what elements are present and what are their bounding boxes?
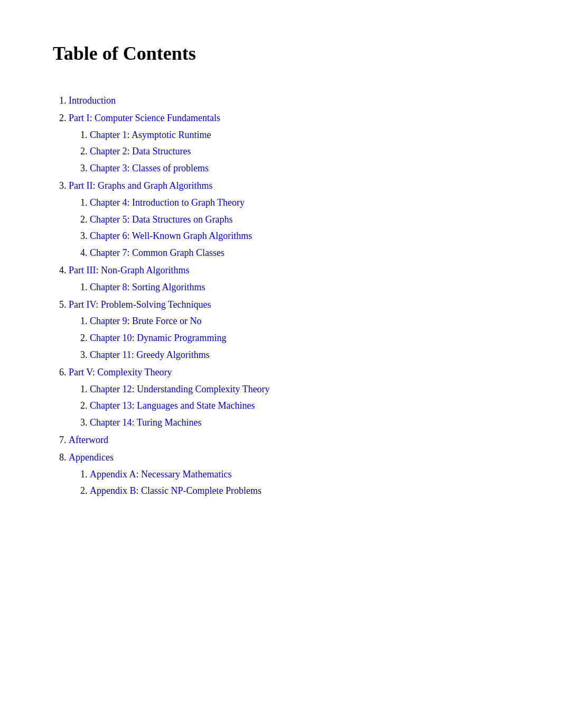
- toc-link-4[interactable]: Part III: Non-Graph Algorithms: [69, 265, 189, 275]
- toc-link-1[interactable]: Introduction: [69, 95, 116, 106]
- toc-link-8[interactable]: Appendices: [69, 452, 114, 463]
- toc-item-4: Part III: Non-Graph AlgorithmsChapter 8:…: [69, 263, 508, 295]
- toc-link-5[interactable]: Part IV: Problem-Solving Techniques: [69, 299, 211, 310]
- toc-link-2[interactable]: Part I: Computer Science Fundamentals: [69, 113, 220, 123]
- toc-subitem-3-3: Chapter 6: Well-Known Graph Algorithms: [90, 228, 508, 244]
- toc-sublink-3-3[interactable]: Chapter 6: Well-Known Graph Algorithms: [90, 231, 252, 241]
- toc-list: IntroductionPart I: Computer Science Fun…: [53, 93, 508, 499]
- toc-sublist-4: Chapter 8: Sorting Algorithms: [69, 280, 508, 295]
- toc-item-7: Afterword: [69, 432, 508, 448]
- toc-subitem-5-3: Chapter 11: Greedy Algorithms: [90, 347, 508, 363]
- toc-subitem-4-1: Chapter 8: Sorting Algorithms: [90, 280, 508, 295]
- toc-sublist-2: Chapter 1: Asymptotic RuntimeChapter 2: …: [69, 127, 508, 176]
- toc-link-6[interactable]: Part V: Complexity Theory: [69, 367, 172, 377]
- toc-sublink-5-2[interactable]: Chapter 10: Dynamic Programming: [90, 333, 226, 343]
- toc-sublink-8-1[interactable]: Appendix A: Necessary Mathematics: [90, 469, 231, 480]
- toc-sublink-3-4[interactable]: Chapter 7: Common Graph Classes: [90, 247, 225, 258]
- toc-item-2: Part I: Computer Science FundamentalsCha…: [69, 110, 508, 176]
- toc-subitem-8-1: Appendix A: Necessary Mathematics: [90, 467, 508, 482]
- toc-container: IntroductionPart I: Computer Science Fun…: [53, 80, 508, 499]
- toc-sublink-4-1[interactable]: Chapter 8: Sorting Algorithms: [90, 282, 205, 292]
- toc-subitem-8-2: Appendix B: Classic NP-Complete Problems: [90, 483, 508, 499]
- toc-sublist-5: Chapter 9: Brute Force or NoChapter 10: …: [69, 314, 508, 362]
- toc-item-8: AppendicesAppendix A: Necessary Mathemat…: [69, 450, 508, 499]
- toc-sublink-6-1[interactable]: Chapter 12: Understanding Complexity The…: [90, 384, 270, 394]
- toc-link-7[interactable]: Afterword: [69, 435, 108, 445]
- toc-sublink-2-3[interactable]: Chapter 3: Classes of problems: [90, 163, 209, 173]
- toc-subitem-2-3: Chapter 3: Classes of problems: [90, 161, 508, 176]
- toc-sublink-3-2[interactable]: Chapter 5: Data Structures on Graphs: [90, 214, 232, 225]
- toc-link-3[interactable]: Part II: Graphs and Graph Algorithms: [69, 180, 212, 191]
- toc-sublink-3-1[interactable]: Chapter 4: Introduction to Graph Theory: [90, 197, 245, 208]
- page-title: Table of Contents: [53, 42, 508, 64]
- toc-sublink-6-2[interactable]: Chapter 13: Languages and State Machines: [90, 400, 255, 411]
- toc-item-6: Part V: Complexity TheoryChapter 12: Und…: [69, 365, 508, 430]
- toc-subitem-3-2: Chapter 5: Data Structures on Graphs: [90, 212, 508, 227]
- toc-sublist-3: Chapter 4: Introduction to Graph TheoryC…: [69, 195, 508, 261]
- toc-item-3: Part II: Graphs and Graph AlgorithmsChap…: [69, 178, 508, 261]
- toc-sublink-2-1[interactable]: Chapter 1: Asymptotic Runtime: [90, 130, 211, 140]
- toc-sublink-8-2[interactable]: Appendix B: Classic NP-Complete Problems: [90, 485, 261, 496]
- toc-sublink-5-1[interactable]: Chapter 9: Brute Force or No: [90, 316, 201, 326]
- toc-subitem-6-2: Chapter 13: Languages and State Machines: [90, 398, 508, 413]
- toc-item-5: Part IV: Problem-Solving TechniquesChapt…: [69, 297, 508, 363]
- toc-subitem-5-1: Chapter 9: Brute Force or No: [90, 314, 508, 329]
- toc-item-1: Introduction: [69, 93, 508, 108]
- toc-subitem-5-2: Chapter 10: Dynamic Programming: [90, 330, 508, 346]
- toc-subitem-3-1: Chapter 4: Introduction to Graph Theory: [90, 195, 508, 210]
- toc-subitem-3-4: Chapter 7: Common Graph Classes: [90, 245, 508, 261]
- toc-sublist-8: Appendix A: Necessary MathematicsAppendi…: [69, 467, 508, 499]
- toc-sublist-6: Chapter 12: Understanding Complexity The…: [69, 382, 508, 430]
- toc-sublink-2-2[interactable]: Chapter 2: Data Structures: [90, 146, 191, 156]
- toc-subitem-2-2: Chapter 2: Data Structures: [90, 144, 508, 159]
- toc-subitem-6-3: Chapter 14: Turing Machines: [90, 415, 508, 430]
- toc-subitem-6-1: Chapter 12: Understanding Complexity The…: [90, 382, 508, 397]
- toc-sublink-5-3[interactable]: Chapter 11: Greedy Algorithms: [90, 349, 210, 360]
- toc-subitem-2-1: Chapter 1: Asymptotic Runtime: [90, 127, 508, 143]
- toc-sublink-6-3[interactable]: Chapter 14: Turing Machines: [90, 417, 202, 428]
